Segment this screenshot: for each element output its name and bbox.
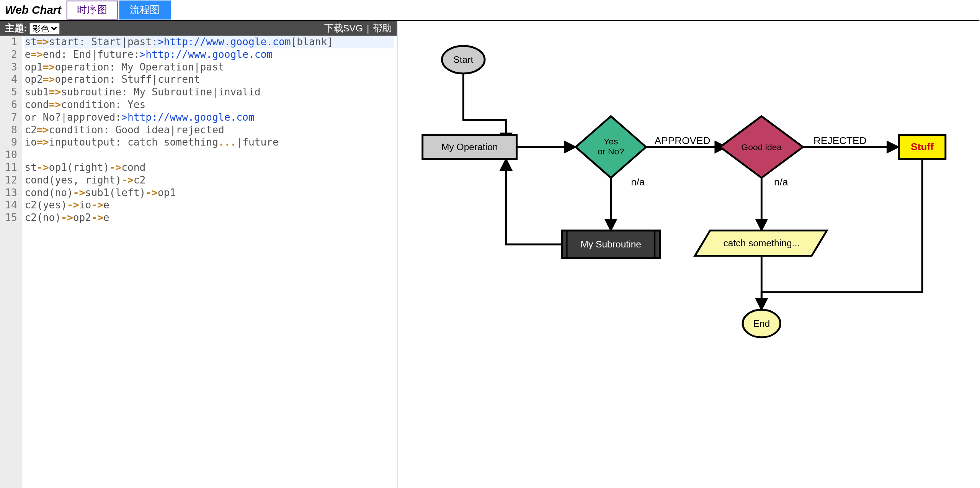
help-link[interactable]: 帮助 xyxy=(373,22,392,34)
app-logo: Web Chart xyxy=(5,3,61,16)
edge-label-rejected: REJECTED xyxy=(813,135,866,146)
code-area[interactable]: st=>start: Start|past:>http://www.google… xyxy=(22,36,397,488)
tab-flowchart[interactable]: 流程图 xyxy=(119,1,170,20)
topbar: Web Chart 时序图 流程图 xyxy=(0,0,979,21)
node-sub1[interactable]: My Subroutine xyxy=(562,231,660,258)
svg-text:Good idea: Good idea xyxy=(741,142,782,152)
edge-label-approved: APPROVED xyxy=(655,135,710,146)
edge-sub1-op1 xyxy=(506,159,562,244)
flowchart-canvas[interactable]: Start My Operation Yes or No? APPROVED xyxy=(397,21,979,488)
node-io[interactable]: catch something... xyxy=(695,231,826,256)
line-number-gutter: 123456789101112131415 xyxy=(0,36,22,488)
theme-select[interactable]: 彩色 xyxy=(29,22,60,34)
svg-text:or No?: or No? xyxy=(598,146,624,156)
edge-label-c2-no: n/a xyxy=(774,176,788,188)
node-cond[interactable]: Yes or No? xyxy=(576,116,646,178)
editor-pane: 主题: 彩色 下载SVG | 帮助 123456789101112131415 … xyxy=(0,21,397,488)
edge-start-op1 xyxy=(463,74,506,144)
svg-text:My Subroutine: My Subroutine xyxy=(580,239,641,249)
node-op1[interactable]: My Operation xyxy=(423,135,517,159)
node-start[interactable]: Start xyxy=(442,46,485,74)
download-svg-link[interactable]: 下载SVG xyxy=(324,22,363,34)
node-op2[interactable]: Stuff xyxy=(899,135,945,159)
svg-text:Start: Start xyxy=(453,54,473,65)
toolbar-separator: | xyxy=(367,23,369,34)
editor-toolbar: 主题: 彩色 下载SVG | 帮助 xyxy=(0,21,397,36)
code-editor[interactable]: 123456789101112131415 st=>start: Start|p… xyxy=(0,36,397,488)
svg-text:Stuff: Stuff xyxy=(911,141,934,152)
svg-text:catch something...: catch something... xyxy=(724,238,800,248)
svg-text:My Operation: My Operation xyxy=(441,142,498,152)
theme-label: 主题: xyxy=(5,22,27,34)
node-c2[interactable]: Good idea xyxy=(720,116,803,178)
edge-label-cond-no: n/a xyxy=(631,176,645,188)
svg-text:Yes: Yes xyxy=(604,136,618,146)
svg-text:End: End xyxy=(753,318,770,329)
node-end[interactable]: End xyxy=(743,310,780,337)
tab-sequence-diagram[interactable]: 时序图 xyxy=(66,1,118,20)
